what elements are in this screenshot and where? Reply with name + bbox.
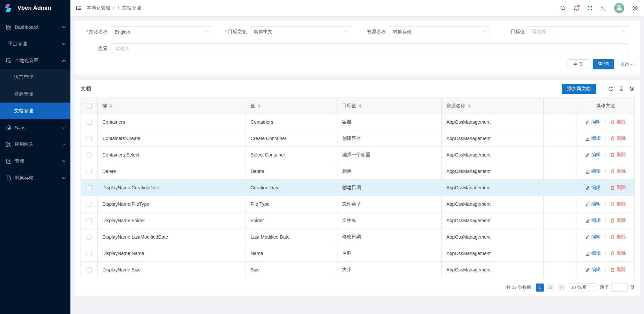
add-document-button[interactable]: 添加新文档: [562, 84, 596, 94]
reset-button[interactable]: 重 置: [568, 59, 589, 69]
sort-icons[interactable]: [359, 104, 362, 108]
row-checkbox[interactable]: [87, 136, 92, 141]
breadcrumb-localization[interactable]: 本地化管理: [87, 5, 115, 11]
refresh-icon[interactable]: [608, 86, 613, 92]
sidebar-item-resource-management[interactable]: 资源管理: [0, 86, 70, 103]
avatar[interactable]: [614, 3, 624, 13]
fullscreen-icon[interactable]: [587, 5, 593, 11]
delete-link[interactable]: 删除: [610, 152, 626, 158]
delete-link[interactable]: 删除: [610, 119, 626, 125]
sort-icons[interactable]: [258, 104, 261, 108]
edit-link[interactable]: 编辑: [585, 250, 601, 256]
row-checkbox[interactable]: [87, 251, 92, 256]
row-checkbox[interactable]: [87, 218, 92, 223]
column-header-key[interactable]: 键: [98, 98, 246, 114]
sort-icons[interactable]: [110, 104, 112, 108]
row-checkbox[interactable]: [87, 185, 92, 190]
row-checkbox[interactable]: [87, 235, 92, 240]
cell-target-value: 文件类型: [337, 196, 442, 212]
edit-link[interactable]: 编辑: [585, 152, 601, 158]
logo[interactable]: Vben Admin: [0, 0, 70, 16]
action-divider: [605, 169, 606, 174]
delete-link[interactable]: 删除: [610, 217, 626, 224]
sidebar-item-label: 对象存储: [15, 175, 63, 181]
edit-link[interactable]: 编辑: [585, 201, 601, 207]
sidebar-item-document-management[interactable]: 文档管理: [0, 103, 70, 119]
sidebar-item-platform[interactable]: 平台管理: [0, 36, 70, 52]
field-resource-name: 资源名称 对象存储: [357, 26, 496, 37]
cell-key: DisplayName:Name: [98, 245, 246, 262]
page-size-select[interactable]: 10 条/页: [568, 283, 597, 292]
delete-link[interactable]: 删除: [610, 267, 626, 273]
sidebar-item-object-storage[interactable]: 对象存储: [0, 170, 70, 186]
page-button-1[interactable]: 1: [536, 284, 544, 292]
table-row: DisplayName:Size Size 大小 AbpOssManagemen…: [81, 262, 635, 278]
row-checkbox[interactable]: [87, 267, 92, 272]
menu-fold-icon[interactable]: [76, 5, 82, 11]
query-button[interactable]: 查 询: [593, 59, 614, 69]
edit-pencil-icon: [585, 136, 590, 141]
column-settings-gear-icon[interactable]: [629, 86, 635, 92]
edit-link[interactable]: 编辑: [585, 217, 601, 224]
edit-link[interactable]: 编辑: [585, 168, 601, 174]
row-height-icon[interactable]: [619, 86, 624, 91]
search-input[interactable]: [115, 46, 618, 52]
settings-gear-icon[interactable]: [632, 5, 638, 11]
action-divider: [605, 267, 606, 272]
column-header-resource-name[interactable]: 资源名称: [442, 98, 544, 114]
cell-value: Last Modified Date: [246, 229, 337, 245]
delete-link[interactable]: 删除: [610, 250, 626, 256]
page-button-2[interactable]: 2: [546, 284, 554, 292]
cell-value: Create Container: [246, 130, 337, 147]
edit-pencil-icon: [585, 202, 590, 206]
table-row: DisplayName:CreationDate Creation Date 创…: [81, 180, 635, 196]
edit-link[interactable]: 编辑: [585, 135, 601, 141]
sidebar-item-saas[interactable]: Saas: [0, 119, 70, 136]
action-divider: [605, 202, 606, 206]
jump-page-input[interactable]: [611, 284, 628, 292]
topbar-actions: 文 A: [560, 3, 638, 13]
app-title: Vben Admin: [17, 5, 51, 11]
delete-link[interactable]: 删除: [610, 185, 626, 191]
row-checkbox[interactable]: [87, 152, 92, 158]
search-icon[interactable]: [560, 5, 566, 11]
cell-value: File Type: [246, 196, 337, 212]
edit-link[interactable]: 编辑: [585, 234, 601, 240]
target-culture-select[interactable]: 简体中文: [250, 26, 352, 37]
action-divider: [605, 136, 606, 141]
row-checkbox[interactable]: [87, 169, 92, 174]
table-toolbar: 文档 添加新文档: [80, 80, 635, 98]
bell-icon[interactable]: [574, 5, 579, 11]
culture-name-select[interactable]: English: [111, 26, 212, 37]
edit-link[interactable]: 编辑: [585, 267, 601, 273]
target-value-select[interactable]: 请选择: [528, 26, 630, 37]
sort-icons[interactable]: [468, 104, 471, 108]
row-checkbox[interactable]: [87, 120, 92, 125]
next-page-button[interactable]: >: [557, 284, 565, 292]
edit-link[interactable]: 编辑: [585, 119, 601, 125]
sidebar-item-gateway[interactable]: 应用网关: [0, 136, 70, 153]
pagination-total: 共 17 条数据: [506, 285, 531, 291]
collapse-link[interactable]: 收起: [620, 61, 633, 67]
cell-resource-name: AbpOssManagement: [442, 163, 544, 180]
edit-link[interactable]: 编辑: [585, 185, 601, 191]
sidebar-item-language-management[interactable]: 语言管理: [0, 69, 70, 86]
sidebar-item-dashboard[interactable]: Dashboard: [0, 19, 70, 36]
sidebar-item-management[interactable]: 管理: [0, 153, 70, 170]
translate-icon[interactable]: 文 A: [600, 5, 606, 11]
delete-link[interactable]: 删除: [610, 135, 626, 141]
column-header-target-value[interactable]: 目标值: [337, 98, 442, 114]
table-header-row: 键 值 目标值 资源名称: [81, 98, 635, 114]
resource-name-select[interactable]: 对象存储: [389, 26, 490, 37]
sidebar-item-label: Saas: [15, 125, 63, 130]
delete-link[interactable]: 删除: [610, 168, 626, 174]
delete-link[interactable]: 删除: [610, 201, 626, 207]
delete-link[interactable]: 删除: [610, 234, 626, 240]
storage-icon: [6, 175, 11, 181]
row-checkbox[interactable]: [87, 202, 92, 207]
column-header-value[interactable]: 值: [246, 98, 337, 114]
sidebar-item-localization[interactable]: A 本地化管理: [0, 52, 70, 69]
select-all-checkbox[interactable]: [87, 104, 92, 109]
cell-resource-name: AbpOssManagement: [442, 262, 544, 278]
topbar: 本地化管理 / 文档管理: [70, 0, 644, 16]
